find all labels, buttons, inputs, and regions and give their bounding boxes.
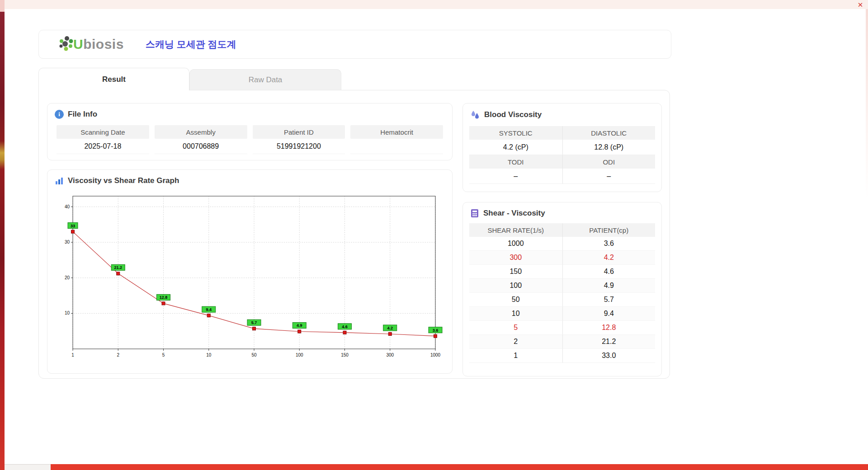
svg-text:4.2: 4.2 — [387, 326, 393, 330]
patient-cell: 4.2 — [562, 251, 656, 265]
odi-value: – — [562, 169, 656, 184]
field-scanning-date: Scanning Date 2025-07-18 — [57, 125, 149, 154]
field-label: Assembly — [155, 125, 247, 139]
blood-viscosity-grid: SYSTOLIC DIASTOLIC 4.2 (cP) 12.8 (cP) TO… — [469, 126, 655, 184]
todi-value: – — [469, 169, 562, 184]
svg-text:21.2: 21.2 — [114, 265, 122, 270]
shear-rate-cell: 1000 — [469, 237, 562, 251]
field-label: Scanning Date — [57, 125, 149, 139]
file-info-card: i File Info Scanning Date 2025-07-18 Ass… — [47, 103, 453, 160]
svg-text:40: 40 — [65, 204, 70, 209]
systolic-value: 4.2 (cP) — [469, 140, 562, 155]
field-value: 51991921200 — [253, 139, 345, 154]
svg-text:5.7: 5.7 — [251, 320, 257, 325]
shear-table: SHEAR RATE(1/s) PATIENT(cp) 1000 3.6 300… — [469, 223, 655, 363]
field-assembly: Assembly 000706889 — [155, 125, 247, 154]
patient-cell: 4.9 — [562, 279, 656, 293]
todi-header: TODI — [469, 155, 562, 169]
svg-text:100: 100 — [296, 352, 303, 357]
shear-table-row: 2 21.2 — [469, 335, 655, 349]
shear-table-header: SHEAR RATE(1/s) PATIENT(cp) — [469, 223, 655, 237]
shear-rate-cell: 5 — [469, 321, 562, 335]
field-hematocrit: Hematocrit — [350, 125, 443, 154]
patient-cell: 12.8 — [562, 321, 656, 335]
svg-text:150: 150 — [341, 352, 349, 357]
diastolic-header: DIASTOLIC — [562, 126, 656, 140]
desktop-edge-top — [0, 0, 868, 9]
svg-text:2: 2 — [117, 352, 119, 357]
svg-text:1000: 1000 — [430, 352, 441, 357]
field-value: 000706889 — [155, 139, 247, 154]
viscosity-chart: 12510501001503001000102030403321.212.89.… — [55, 191, 443, 368]
bar-chart-icon — [55, 176, 64, 185]
svg-text:20: 20 — [65, 275, 70, 280]
shear-viscosity-card: Shear - Viscosity SHEAR RATE(1/s) PATIEN… — [462, 202, 662, 376]
field-value — [350, 139, 443, 154]
shear-table-row: 10 9.4 — [469, 307, 655, 321]
field-patient-id: Patient ID 51991921200 — [253, 125, 345, 154]
page-title: 스캐닝 모세관 점도계 — [146, 38, 236, 51]
main-panel: i File Info Scanning Date 2025-07-18 Ass… — [38, 90, 670, 379]
field-label: Hematocrit — [350, 125, 443, 139]
svg-text:300: 300 — [386, 352, 394, 357]
desktop-edge-right — [866, 9, 868, 199]
odi-header: ODI — [562, 155, 656, 169]
svg-text:1: 1 — [71, 352, 74, 357]
desktop-edge-bottom-left — [5, 464, 51, 470]
shear-rate-cell: 50 — [469, 293, 562, 307]
diastolic-value: 12.8 (cP) — [562, 140, 656, 155]
shear-rate-cell: 1 — [469, 349, 562, 363]
patient-cell: 9.4 — [562, 307, 656, 321]
app-window: Ubiosis 스캐닝 모세관 점도계 Result Raw Data i Fi… — [5, 9, 866, 464]
graph-card: Viscosity vs Shear Rate Graph 1251050100… — [47, 169, 453, 374]
patient-cell: 4.6 — [562, 265, 656, 279]
shear-rate-cell: 100 — [469, 279, 562, 293]
svg-text:10: 10 — [206, 352, 212, 357]
graph-title: Viscosity vs Shear Rate Graph — [68, 176, 179, 185]
file-info-fields: Scanning Date 2025-07-18 Assembly 000706… — [47, 122, 452, 154]
patient-cell: 3.6 — [562, 237, 656, 251]
shear-rate-cell: 150 — [469, 265, 562, 279]
field-label: Patient ID — [253, 125, 345, 139]
shear-table-row: 1 33.0 — [469, 349, 655, 363]
svg-text:9.4: 9.4 — [206, 307, 212, 312]
shear-table-row: 300 4.2 — [469, 251, 655, 265]
svg-text:50: 50 — [251, 352, 257, 357]
calculator-icon — [470, 209, 479, 218]
patient-cell: 21.2 — [562, 335, 656, 349]
shear-table-row: 5 12.8 — [469, 321, 655, 335]
svg-text:10: 10 — [65, 310, 70, 315]
shear-table-row: 50 5.7 — [469, 293, 655, 307]
file-info-title: File Info — [68, 110, 97, 119]
patient-cell: 5.7 — [562, 293, 656, 307]
shear-rate-cell: 2 — [469, 335, 562, 349]
ubiosis-logo: Ubiosis — [56, 34, 124, 54]
shear-rate-cell: 10 — [469, 307, 562, 321]
desktop-edge-left — [0, 0, 5, 470]
shear-viscosity-title: Shear - Viscosity — [483, 209, 545, 218]
brand-text: Ubiosis — [73, 37, 124, 52]
shear-table-row: 150 4.6 — [469, 265, 655, 279]
shear-rate-cell: 300 — [469, 251, 562, 265]
patient-header: PATIENT(cp) — [562, 223, 656, 237]
blood-viscosity-card: Blood Viscosity SYSTOLIC DIASTOLIC 4.2 (… — [462, 103, 662, 192]
systolic-header: SYSTOLIC — [469, 126, 562, 140]
svg-text:12.8: 12.8 — [160, 295, 168, 300]
patient-cell: 33.0 — [562, 349, 656, 363]
svg-text:30: 30 — [65, 240, 70, 244]
droplet-icon — [470, 110, 480, 120]
svg-text:4.6: 4.6 — [342, 324, 348, 329]
close-icon[interactable]: ✕ — [856, 1, 864, 9]
tab-raw-data[interactable]: Raw Data — [189, 69, 341, 90]
svg-text:4.9: 4.9 — [297, 323, 302, 328]
header: Ubiosis 스캐닝 모세관 점도계 — [38, 30, 671, 59]
info-icon: i — [55, 110, 64, 119]
svg-text:33: 33 — [71, 224, 75, 228]
desktop-edge-bottom — [51, 464, 868, 470]
shear-table-row: 100 4.9 — [469, 279, 655, 293]
shear-table-row: 1000 3.6 — [469, 237, 655, 251]
field-value: 2025-07-18 — [57, 139, 149, 154]
svg-text:5: 5 — [162, 352, 165, 357]
tab-result[interactable]: Result — [38, 68, 189, 90]
shear-rate-header: SHEAR RATE(1/s) — [469, 223, 562, 237]
